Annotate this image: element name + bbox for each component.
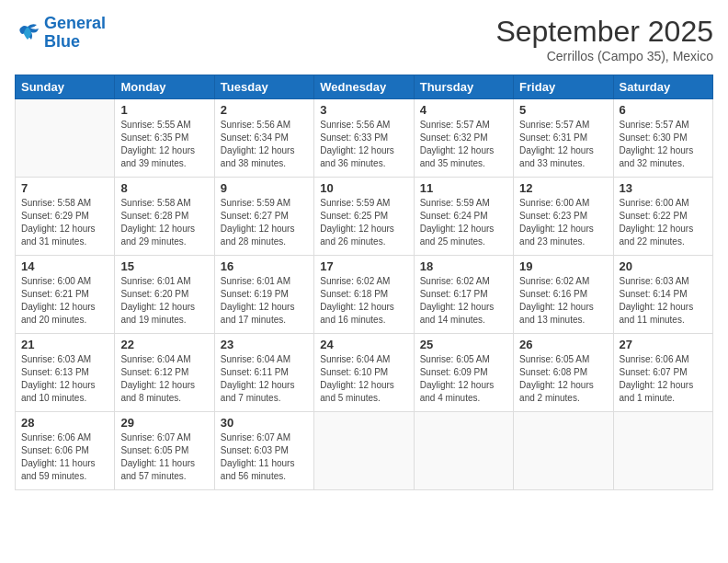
calendar-cell: 13Sunrise: 6:00 AM Sunset: 6:22 PM Dayli…: [613, 178, 712, 256]
day-info: Sunrise: 6:06 AM Sunset: 6:06 PM Dayligh…: [21, 431, 108, 483]
calendar-cell: 21Sunrise: 6:03 AM Sunset: 6:13 PM Dayli…: [16, 334, 115, 412]
column-header-tuesday: Tuesday: [214, 75, 313, 99]
calendar-cell: 15Sunrise: 6:01 AM Sunset: 6:20 PM Dayli…: [115, 256, 214, 334]
day-info: Sunrise: 6:02 AM Sunset: 6:17 PM Dayligh…: [420, 275, 507, 327]
day-number: 4: [420, 103, 507, 117]
calendar-cell: 19Sunrise: 6:02 AM Sunset: 6:16 PM Dayli…: [514, 256, 613, 334]
day-number: 23: [221, 338, 308, 351]
logo: General Blue: [15, 15, 106, 52]
day-number: 3: [320, 103, 407, 117]
calendar-cell: 6Sunrise: 5:57 AM Sunset: 6:30 PM Daylig…: [613, 99, 712, 178]
day-number: 19: [519, 259, 607, 273]
month-title: September 2025: [495, 15, 713, 49]
day-number: 12: [519, 181, 607, 195]
column-header-friday: Friday: [514, 75, 613, 99]
calendar-cell: 22Sunrise: 6:04 AM Sunset: 6:12 PM Dayli…: [115, 334, 214, 412]
day-info: Sunrise: 5:59 AM Sunset: 6:24 PM Dayligh…: [420, 197, 507, 248]
day-info: Sunrise: 6:04 AM Sunset: 6:12 PM Dayligh…: [120, 353, 208, 405]
day-info: Sunrise: 5:56 AM Sunset: 6:34 PM Dayligh…: [221, 119, 308, 170]
day-number: 13: [620, 181, 707, 195]
calendar-cell: 24Sunrise: 6:04 AM Sunset: 6:10 PM Dayli…: [314, 334, 414, 412]
column-header-wednesday: Wednesday: [314, 75, 414, 99]
day-number: 2: [221, 103, 308, 117]
day-number: 14: [21, 259, 108, 273]
calendar-cell: 20Sunrise: 6:03 AM Sunset: 6:14 PM Dayli…: [613, 256, 712, 334]
day-info: Sunrise: 5:57 AM Sunset: 6:30 PM Dayligh…: [620, 119, 707, 170]
calendar-cell: 12Sunrise: 6:00 AM Sunset: 6:23 PM Dayli…: [514, 178, 613, 256]
week-row-4: 21Sunrise: 6:03 AM Sunset: 6:13 PM Dayli…: [16, 334, 713, 412]
day-info: Sunrise: 6:07 AM Sunset: 6:03 PM Dayligh…: [221, 431, 308, 483]
day-info: Sunrise: 6:07 AM Sunset: 6:05 PM Dayligh…: [120, 431, 208, 483]
day-info: Sunrise: 6:01 AM Sunset: 6:20 PM Dayligh…: [120, 275, 208, 327]
day-number: 26: [519, 338, 607, 351]
day-number: 21: [21, 338, 108, 351]
calendar-cell: 3Sunrise: 5:56 AM Sunset: 6:33 PM Daylig…: [314, 99, 414, 178]
calendar-cell: 30Sunrise: 6:07 AM Sunset: 6:03 PM Dayli…: [214, 412, 313, 490]
calendar-cell: 5Sunrise: 5:57 AM Sunset: 6:31 PM Daylig…: [514, 99, 613, 178]
day-number: 17: [320, 259, 407, 273]
day-number: 27: [620, 338, 707, 351]
week-row-3: 14Sunrise: 6:00 AM Sunset: 6:21 PM Dayli…: [16, 256, 713, 334]
calendar-header-row: SundayMondayTuesdayWednesdayThursdayFrid…: [16, 75, 713, 99]
day-info: Sunrise: 5:59 AM Sunset: 6:27 PM Dayligh…: [221, 197, 308, 248]
day-info: Sunrise: 6:03 AM Sunset: 6:13 PM Dayligh…: [21, 353, 108, 405]
calendar-cell: 14Sunrise: 6:00 AM Sunset: 6:21 PM Dayli…: [16, 256, 115, 334]
day-number: 24: [320, 338, 407, 351]
day-info: Sunrise: 6:02 AM Sunset: 6:16 PM Dayligh…: [519, 275, 607, 327]
calendar-cell: 11Sunrise: 5:59 AM Sunset: 6:24 PM Dayli…: [414, 178, 513, 256]
day-number: 30: [221, 416, 308, 430]
day-info: Sunrise: 6:00 AM Sunset: 6:23 PM Dayligh…: [519, 197, 607, 248]
location: Cerrillos (Campo 35), Mexico: [495, 49, 713, 63]
day-number: 6: [620, 103, 707, 117]
day-number: 18: [420, 259, 507, 273]
day-info: Sunrise: 6:05 AM Sunset: 6:08 PM Dayligh…: [519, 353, 607, 405]
week-row-2: 7Sunrise: 5:58 AM Sunset: 6:29 PM Daylig…: [16, 178, 713, 256]
day-number: 16: [221, 259, 308, 273]
day-number: 9: [221, 181, 308, 195]
day-info: Sunrise: 5:55 AM Sunset: 6:35 PM Dayligh…: [120, 119, 208, 170]
calendar-cell: 7Sunrise: 5:58 AM Sunset: 6:29 PM Daylig…: [16, 178, 115, 256]
day-number: 20: [620, 259, 707, 273]
calendar-cell: 23Sunrise: 6:04 AM Sunset: 6:11 PM Dayli…: [214, 334, 313, 412]
calendar-cell: 26Sunrise: 6:05 AM Sunset: 6:08 PM Dayli…: [514, 334, 613, 412]
day-info: Sunrise: 5:57 AM Sunset: 6:31 PM Dayligh…: [519, 119, 607, 170]
calendar-cell: 10Sunrise: 5:59 AM Sunset: 6:25 PM Dayli…: [314, 178, 414, 256]
day-info: Sunrise: 6:03 AM Sunset: 6:14 PM Dayligh…: [620, 275, 707, 327]
day-number: 28: [21, 416, 108, 430]
day-number: 15: [120, 259, 208, 273]
calendar-cell: 1Sunrise: 5:55 AM Sunset: 6:35 PM Daylig…: [115, 99, 214, 178]
day-info: Sunrise: 6:00 AM Sunset: 6:22 PM Dayligh…: [620, 197, 707, 248]
day-info: Sunrise: 6:00 AM Sunset: 6:21 PM Dayligh…: [21, 275, 108, 327]
calendar-cell: 16Sunrise: 6:01 AM Sunset: 6:19 PM Dayli…: [214, 256, 313, 334]
logo-bird-icon: [15, 23, 40, 43]
day-info: Sunrise: 6:06 AM Sunset: 6:07 PM Dayligh…: [620, 353, 707, 405]
day-number: 5: [519, 103, 607, 117]
column-header-monday: Monday: [115, 75, 214, 99]
day-info: Sunrise: 5:58 AM Sunset: 6:29 PM Dayligh…: [21, 197, 108, 248]
week-row-5: 28Sunrise: 6:06 AM Sunset: 6:06 PM Dayli…: [16, 412, 713, 490]
calendar-cell: 18Sunrise: 6:02 AM Sunset: 6:17 PM Dayli…: [414, 256, 513, 334]
calendar-cell: 28Sunrise: 6:06 AM Sunset: 6:06 PM Dayli…: [16, 412, 115, 490]
column-header-thursday: Thursday: [414, 75, 513, 99]
calendar-cell: 4Sunrise: 5:57 AM Sunset: 6:32 PM Daylig…: [414, 99, 513, 178]
day-number: 10: [320, 181, 407, 195]
calendar-cell: [16, 99, 115, 178]
day-number: 7: [21, 181, 108, 195]
calendar-cell: 29Sunrise: 6:07 AM Sunset: 6:05 PM Dayli…: [115, 412, 214, 490]
calendar-cell: [514, 412, 613, 490]
day-number: 8: [120, 181, 208, 195]
calendar-cell: 17Sunrise: 6:02 AM Sunset: 6:18 PM Dayli…: [314, 256, 414, 334]
calendar-cell: [314, 412, 414, 490]
calendar-cell: 25Sunrise: 6:05 AM Sunset: 6:09 PM Dayli…: [414, 334, 513, 412]
calendar-cell: 9Sunrise: 5:59 AM Sunset: 6:27 PM Daylig…: [214, 178, 313, 256]
day-info: Sunrise: 6:02 AM Sunset: 6:18 PM Dayligh…: [320, 275, 407, 327]
day-info: Sunrise: 5:59 AM Sunset: 6:25 PM Dayligh…: [320, 197, 407, 248]
calendar-cell: 27Sunrise: 6:06 AM Sunset: 6:07 PM Dayli…: [613, 334, 712, 412]
day-number: 25: [420, 338, 507, 351]
calendar-cell: 2Sunrise: 5:56 AM Sunset: 6:34 PM Daylig…: [214, 99, 313, 178]
day-number: 1: [120, 103, 208, 117]
day-info: Sunrise: 5:58 AM Sunset: 6:28 PM Dayligh…: [120, 197, 208, 248]
day-info: Sunrise: 6:04 AM Sunset: 6:11 PM Dayligh…: [221, 353, 308, 405]
week-row-1: 1Sunrise: 5:55 AM Sunset: 6:35 PM Daylig…: [16, 99, 713, 178]
day-number: 11: [420, 181, 507, 195]
